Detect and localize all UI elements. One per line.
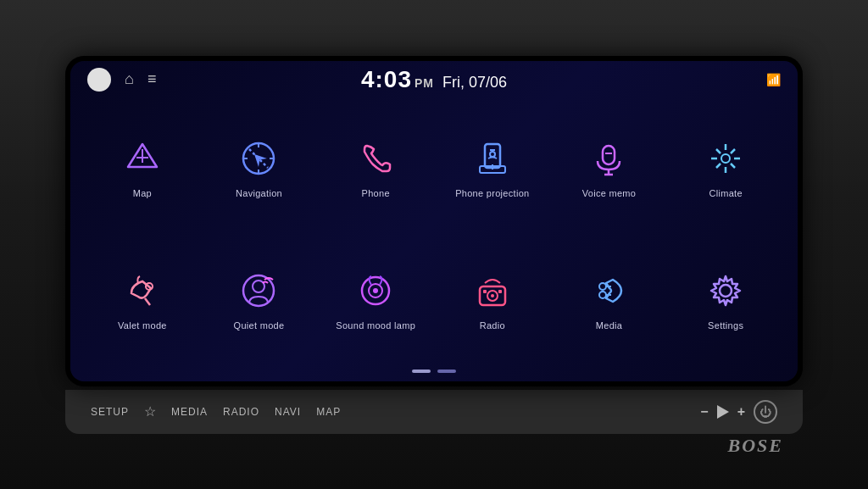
app-voice-memo[interactable]: Voice memo bbox=[554, 105, 665, 231]
quiet-mode-icon bbox=[235, 267, 282, 314]
voice-memo-icon bbox=[585, 135, 632, 182]
settings-icon bbox=[702, 267, 749, 314]
app-phone[interactable]: Phone bbox=[320, 105, 431, 231]
media-icon bbox=[585, 267, 632, 314]
navi-button[interactable]: NAVI bbox=[275, 406, 301, 418]
date-display: Fri, 07/06 bbox=[442, 74, 507, 92]
phone-projection-label: Phone projection bbox=[455, 187, 529, 199]
vol-plus-button[interactable]: + bbox=[737, 404, 745, 420]
sound-mood-lamp-icon bbox=[352, 267, 399, 314]
radio-button[interactable]: RADIO bbox=[223, 406, 259, 418]
navigation-label: Navigation bbox=[236, 187, 282, 199]
svg-point-19 bbox=[721, 154, 730, 163]
map-label: Map bbox=[133, 187, 152, 199]
page-dot-2[interactable] bbox=[437, 370, 456, 373]
home-icon[interactable]: ⌂ bbox=[125, 70, 134, 88]
app-climate[interactable]: Climate bbox=[670, 105, 781, 231]
svg-rect-38 bbox=[498, 290, 502, 293]
car-surround: ⌂ ≡ 4:03PM Fri, 07/06 📶 bbox=[0, 0, 868, 489]
volume-controls: − + ⏻ bbox=[700, 400, 777, 424]
radio-icon bbox=[469, 267, 516, 314]
map-icon bbox=[119, 135, 166, 182]
valet-mode-icon bbox=[119, 267, 166, 314]
svg-line-25 bbox=[731, 164, 735, 168]
power-button[interactable]: ⏻ bbox=[754, 400, 777, 424]
voice-memo-label: Voice memo bbox=[582, 187, 637, 199]
navigation-icon bbox=[235, 135, 282, 182]
app-grid: Map Navig bbox=[70, 98, 798, 363]
sound-mood-lamp-label: Sound mood lamp bbox=[336, 320, 415, 331]
ampm: PM bbox=[415, 76, 434, 90]
screen: ⌂ ≡ 4:03PM Fri, 07/06 📶 bbox=[70, 61, 798, 381]
svg-rect-15 bbox=[603, 146, 615, 164]
app-settings[interactable]: Settings bbox=[670, 237, 781, 363]
app-navigation[interactable]: Navigation bbox=[204, 105, 314, 231]
status-bar: ⌂ ≡ 4:03PM Fri, 07/06 📶 bbox=[70, 61, 798, 98]
vol-minus-button[interactable]: − bbox=[700, 404, 708, 420]
signal-icon: 📶 bbox=[766, 73, 781, 86]
svg-line-24 bbox=[716, 149, 721, 153]
svg-point-33 bbox=[373, 288, 378, 293]
app-phone-projection[interactable]: Phone projection bbox=[437, 105, 548, 231]
map-button[interactable]: MAP bbox=[316, 406, 341, 418]
app-quiet-mode[interactable]: Quiet mode bbox=[204, 237, 314, 363]
time-display: 4:03PM bbox=[361, 66, 434, 93]
vol-triangle-icon[interactable] bbox=[717, 405, 729, 419]
phone-projection-icon bbox=[469, 135, 516, 182]
svg-point-43 bbox=[720, 285, 732, 297]
svg-line-27 bbox=[716, 164, 721, 168]
phone-label: Phone bbox=[362, 187, 390, 199]
climate-label: Climate bbox=[709, 187, 742, 199]
menu-icon[interactable]: ≡ bbox=[147, 70, 157, 88]
page-dot-1[interactable] bbox=[412, 370, 431, 373]
app-radio[interactable]: Radio bbox=[437, 237, 548, 363]
favorite-icon[interactable]: ☆ bbox=[144, 403, 156, 420]
phone-icon bbox=[352, 135, 399, 182]
svg-point-14 bbox=[490, 152, 495, 157]
bottom-bezel: SETUP ☆ MEDIA RADIO NAVI MAP − + ⏻ bbox=[0, 390, 868, 434]
controls-left: SETUP ☆ MEDIA RADIO NAVI MAP bbox=[91, 403, 341, 420]
climate-icon bbox=[702, 135, 749, 182]
svg-point-36 bbox=[491, 294, 494, 297]
app-valet-mode[interactable]: Valet mode bbox=[87, 237, 198, 363]
app-media[interactable]: Media bbox=[554, 237, 665, 363]
controls-bar: SETUP ☆ MEDIA RADIO NAVI MAP − + ⏻ bbox=[65, 390, 803, 434]
app-map[interactable]: Map bbox=[87, 105, 198, 231]
app-sound-mood-lamp[interactable]: Sound mood lamp bbox=[320, 237, 431, 363]
screen-bezel: ⌂ ≡ 4:03PM Fri, 07/06 📶 bbox=[65, 56, 803, 386]
bose-logo: BOSE bbox=[728, 435, 783, 457]
valet-mode-label: Valet mode bbox=[118, 320, 167, 331]
svg-point-39 bbox=[599, 283, 606, 290]
settings-label: Settings bbox=[708, 320, 743, 331]
svg-rect-37 bbox=[483, 290, 487, 293]
quiet-mode-label: Quiet mode bbox=[234, 320, 285, 331]
radio-label: Radio bbox=[480, 320, 505, 331]
svg-line-26 bbox=[731, 149, 735, 153]
circle-button[interactable] bbox=[87, 68, 111, 92]
pagination bbox=[70, 363, 798, 381]
status-center: 4:03PM Fri, 07/06 bbox=[361, 66, 507, 93]
setup-button[interactable]: SETUP bbox=[91, 406, 129, 418]
media-button[interactable]: MEDIA bbox=[171, 406, 208, 418]
status-left: ⌂ ≡ bbox=[87, 68, 156, 92]
media-label: Media bbox=[596, 320, 622, 331]
time: 4:03 bbox=[361, 66, 412, 92]
svg-point-40 bbox=[599, 292, 606, 298]
